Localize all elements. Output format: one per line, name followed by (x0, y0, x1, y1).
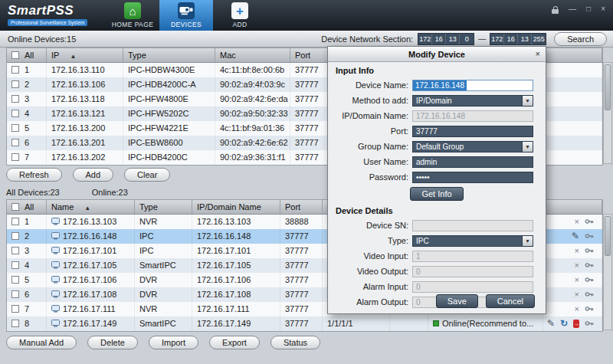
header-type[interactable]: Type (135, 200, 192, 214)
header-port[interactable]: Port (280, 200, 323, 214)
key-icon[interactable] (585, 319, 594, 330)
key-icon[interactable] (585, 290, 594, 300)
plus-icon: + (231, 2, 248, 19)
delete-device-icon[interactable]: × (575, 290, 579, 299)
import-button[interactable]: Import (149, 336, 198, 349)
online-table-scrollbar[interactable] (603, 62, 612, 164)
ip-octet-input[interactable]: 16 (432, 34, 446, 44)
cancel-button[interactable]: Cancel (486, 294, 535, 308)
scrollbar-thumb[interactable] (605, 216, 611, 256)
row-checkbox[interactable] (11, 80, 19, 88)
add-button[interactable]: Add (73, 168, 114, 182)
ip-octet-input[interactable]: 172 (418, 34, 432, 44)
export-button[interactable]: Export (209, 336, 260, 349)
device-icon (51, 230, 60, 244)
ip-octet-input[interactable]: 16 (504, 34, 518, 44)
row-checkbox[interactable] (11, 218, 19, 225)
table-row[interactable]: 8 172.16.17.149 SmartIPC 172.16.17.149 3… (7, 316, 602, 331)
header-ip[interactable]: IP▲ (47, 48, 123, 62)
dialog-close-icon[interactable]: × (536, 49, 540, 58)
port-input[interactable]: 37777 (412, 126, 533, 137)
key-icon[interactable] (585, 261, 594, 271)
key-icon[interactable] (585, 217, 594, 228)
row-checkbox[interactable] (11, 232, 19, 240)
title-bar: SmartPSS Professional Surveillance Syste… (0, 0, 613, 31)
header-type[interactable]: Type (123, 48, 215, 62)
status-button[interactable]: Status (270, 336, 320, 349)
header-select-all[interactable]: All (7, 200, 47, 214)
all-devices-count: All Devices:23 (6, 188, 60, 197)
ip-octet-input[interactable]: 13 (446, 34, 460, 44)
field-port: Port: 37777 (328, 123, 546, 139)
manual-add-button[interactable]: Manual Add (6, 336, 77, 349)
field-user: User Name: admin (328, 154, 546, 169)
row-checkbox[interactable] (11, 276, 19, 284)
row-checkbox[interactable] (11, 261, 19, 269)
row-checkbox[interactable] (11, 66, 19, 74)
header-ip-domain[interactable]: IP/Domain Name (192, 200, 280, 214)
minimize-icon[interactable]: — (569, 5, 576, 13)
key-icon[interactable] (585, 231, 594, 242)
row-checkbox[interactable] (11, 110, 19, 117)
device-name-input[interactable]: 172.16.16.148 (412, 80, 533, 91)
sort-ascending-icon: ▲ (84, 205, 90, 212)
header-name[interactable]: Name▲ (47, 200, 135, 214)
ip-octet-input[interactable]: 172 (490, 34, 504, 44)
close-icon[interactable]: × (601, 5, 605, 13)
delete-device-icon[interactable]: × (575, 261, 579, 270)
lock-icon[interactable] (552, 9, 559, 14)
logout-device-icon[interactable]: → (573, 320, 579, 328)
row-checkbox[interactable] (11, 95, 19, 103)
ip-octet-input[interactable]: 0 (460, 34, 474, 44)
password-input[interactable]: ••••• (412, 172, 533, 183)
smartpss-window: SmartPSS Professional Surveillance Syste… (0, 0, 613, 364)
delete-button[interactable]: Delete (87, 336, 138, 349)
row-checkbox[interactable] (11, 139, 19, 146)
get-info-button[interactable]: Get Info (410, 187, 463, 201)
field-device-name: Device Name: 172.16.16.148 (328, 77, 546, 93)
online-table-actions: Refresh Add Clear (6, 168, 170, 182)
search-button[interactable]: Search (554, 32, 607, 46)
group-name-select[interactable]: Default Group ▾ (412, 141, 533, 152)
devices-toolbar: Online Devices:15 Device Network Section… (0, 31, 613, 48)
type-select[interactable]: IPC ▾ (412, 235, 533, 247)
key-icon[interactable] (585, 246, 594, 257)
delete-device-icon[interactable]: × (575, 276, 579, 284)
row-checkbox[interactable] (11, 290, 19, 298)
refresh-device-icon[interactable]: ↻ (560, 320, 568, 328)
field-alarm-input: Alarm Input: 0 (328, 279, 546, 294)
header-select-all[interactable]: All (7, 48, 47, 62)
clear-button[interactable]: Clear (124, 168, 170, 182)
refresh-button[interactable]: Refresh (6, 168, 62, 182)
row-operations: × (543, 287, 602, 302)
select-all-checkbox[interactable] (11, 203, 19, 211)
tab-devices[interactable]: DEVICES (159, 0, 213, 31)
edit-device-icon[interactable]: ✎ (572, 232, 579, 241)
row-checkbox[interactable] (11, 320, 19, 327)
tab-add[interactable]: + ADD (213, 0, 267, 31)
edit-device-icon[interactable]: ✎ (547, 320, 555, 328)
delete-device-icon[interactable]: × (575, 247, 579, 255)
key-icon[interactable] (585, 275, 594, 286)
tab-home-page[interactable]: ⌂ HOME PAGE (106, 0, 159, 31)
ip-octet-input[interactable]: 13 (518, 34, 532, 44)
scrollbar-thumb[interactable] (605, 64, 611, 110)
row-checkbox[interactable] (11, 305, 19, 313)
key-icon[interactable] (585, 304, 594, 315)
delete-device-icon[interactable]: × (575, 218, 579, 226)
row-checkbox[interactable] (11, 124, 19, 132)
maximize-icon[interactable]: □ (586, 5, 591, 13)
devices-table-actions: Manual Add Delete Import Export Status (6, 336, 320, 349)
row-checkbox[interactable] (11, 153, 19, 161)
user-name-input[interactable]: admin (412, 156, 533, 168)
select-all-checkbox[interactable] (11, 51, 19, 59)
delete-device-icon[interactable]: × (575, 305, 579, 313)
method-to-add-select[interactable]: IP/Domain ▾ (412, 95, 533, 107)
ip-octet-input[interactable]: 255 (532, 34, 546, 44)
save-button[interactable]: Save (436, 294, 478, 308)
row-checkbox[interactable] (11, 247, 19, 254)
field-method: Method to add: IP/Domain ▾ (328, 93, 546, 108)
header-mac[interactable]: Mac (215, 48, 290, 62)
devices-table-scrollbar[interactable] (603, 214, 612, 330)
row-operations: × (543, 273, 602, 287)
